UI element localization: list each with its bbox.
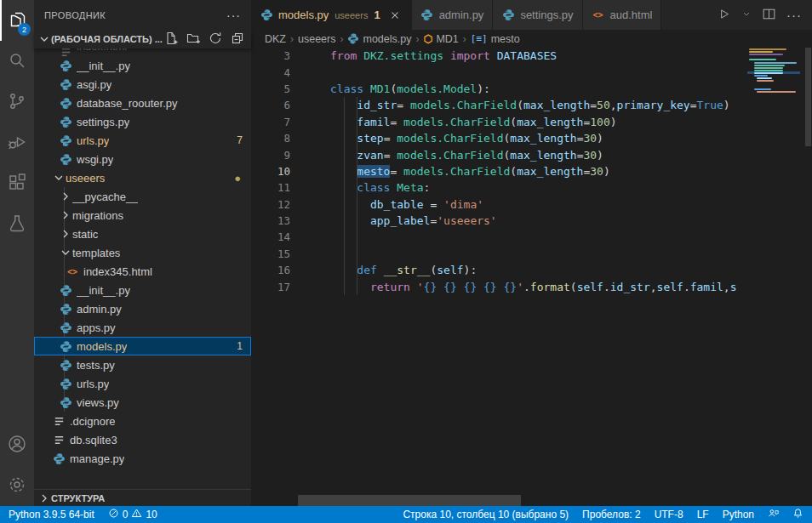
code-line-14[interactable]: 14 xyxy=(251,229,747,245)
tree-item-tests-py[interactable]: tests.py xyxy=(34,355,251,374)
tree-item-urls-py[interactable]: urls.py xyxy=(34,374,251,393)
tree-item-manage-py[interactable]: manage.py xyxy=(34,449,251,468)
tree-item-views-py[interactable]: views.py xyxy=(34,393,251,412)
explorer-more-icon[interactable]: ··· xyxy=(226,9,241,22)
tree-folder--pycache-[interactable]: __pycache__ xyxy=(34,187,251,206)
tree-folder-migrations[interactable]: migrations xyxy=(34,206,251,225)
more-actions-button[interactable]: ··· xyxy=(786,8,802,22)
close-icon[interactable] xyxy=(387,8,403,23)
run-dropdown-button[interactable] xyxy=(741,9,752,21)
breadcrumb-DKZ[interactable]: DKZ xyxy=(265,33,286,45)
activity-settings[interactable] xyxy=(0,465,34,506)
tree-item-asgi-py[interactable]: asgi.py xyxy=(34,75,251,94)
python-file-icon xyxy=(59,152,72,166)
tree-item--init-py[interactable]: __init__.py xyxy=(34,281,251,299)
breadcrumb-mesto[interactable]: [≡]mesto xyxy=(471,33,520,45)
tab-settings-py[interactable]: settings.py xyxy=(493,0,582,30)
code-line-8[interactable]: 8 step= models.CharField(max_length=30) xyxy=(251,130,747,146)
tree-item-label: manage.py xyxy=(70,452,124,465)
breadcrumb: DKZ›useeers›models.py›⬡MD1›[≡]mesto xyxy=(251,30,812,48)
tree-item-db-sqlite3[interactable]: db.sqlite3 xyxy=(34,430,251,449)
status-language-mode[interactable]: Python xyxy=(723,509,754,520)
tree-item-admin-py[interactable]: admin.py xyxy=(34,299,251,318)
tree-item--init-py[interactable]: __init__.py xyxy=(34,56,251,75)
editor-actions: ··· xyxy=(717,0,812,30)
tab-models-py[interactable]: models.pyuseeers1 xyxy=(251,0,412,30)
breadcrumb-models-py[interactable]: models.py xyxy=(347,33,411,45)
code-editor[interactable]: 3from DKZ.settings import DATABASES45cla… xyxy=(251,48,812,506)
code-line-12[interactable]: 12 db_table = 'dima' xyxy=(251,196,747,213)
tree-item-label: admin.py xyxy=(77,303,122,316)
vscode-window: 2 ПРОВОДНИК ··· (РАБОЧАЯ ОБЛАСТЬ) ... in… xyxy=(0,0,812,523)
status-python-interpreter[interactable]: Python 3.9.5 64-bit xyxy=(9,509,94,520)
tree-item-database-roouter-py[interactable]: database_roouter.py xyxy=(34,94,251,112)
vertical-scrollbar[interactable] xyxy=(804,48,812,506)
tab-aud-html[interactable]: <>aud.html xyxy=(583,0,662,30)
minimap-code-line xyxy=(754,62,797,64)
activity-badge: 2 xyxy=(18,23,31,36)
code-line-13[interactable]: 13 app_label='useeers' xyxy=(251,213,747,229)
status-cursor-position[interactable]: Строка 10, столбец 10 (выбрано 5) xyxy=(403,509,569,520)
activity-testing[interactable] xyxy=(0,204,34,245)
activity-accounts[interactable] xyxy=(0,424,34,465)
more-icon: ··· xyxy=(786,8,802,22)
tree-item-wsgi-py[interactable]: wsgi.py xyxy=(34,150,251,168)
code-line-5[interactable]: 5class MD1(models.Model): xyxy=(251,81,747,97)
code-line-15[interactable]: 15 xyxy=(251,246,747,262)
status-problems[interactable]: 010 xyxy=(108,508,157,521)
tree-item-urls-py[interactable]: urls.py7 xyxy=(34,131,251,150)
status-encoding[interactable]: UTF-8 xyxy=(655,509,683,520)
split-icon xyxy=(762,7,776,24)
tree-item-apps-py[interactable]: apps.py xyxy=(34,318,251,337)
code-line-11[interactable]: 11 class Meta: xyxy=(251,179,747,196)
run-button[interactable] xyxy=(717,7,731,24)
code-line-16[interactable]: 16 def __str__(self): xyxy=(251,262,747,278)
vertical-scrollbar-thumb[interactable] xyxy=(805,48,811,146)
tree-folder-static[interactable]: static xyxy=(34,225,251,243)
breadcrumb-separator: › xyxy=(415,33,419,45)
symbol-field-icon: [≡] xyxy=(471,33,488,44)
python-file-icon xyxy=(59,395,72,409)
code-area[interactable]: 3from DKZ.settings import DATABASES45cla… xyxy=(251,48,747,295)
tree-item--dcignore[interactable]: .dcignore xyxy=(34,412,251,430)
status-indentation[interactable]: Пробелов: 2 xyxy=(582,509,641,520)
status-eol[interactable]: LF xyxy=(697,509,709,520)
code-line-10[interactable]: 10 mesto= models.CharField(max_length=30… xyxy=(251,163,747,179)
tab-admin-py[interactable]: admin.py xyxy=(412,0,494,30)
code-line-17[interactable]: 17 return '{} {} {} {} {}'.format(self.i… xyxy=(251,278,747,294)
activity-run-debug[interactable] xyxy=(0,122,34,163)
code-line-4[interactable]: 4 xyxy=(251,64,747,80)
new-file-button[interactable] xyxy=(163,31,180,48)
horizontal-scrollbar-thumb[interactable] xyxy=(298,495,521,506)
activity-extensions[interactable] xyxy=(0,163,34,204)
tree-item-settings-py[interactable]: settings.py xyxy=(34,112,251,131)
tree-item-index345-html[interactable]: <>index345.html xyxy=(34,262,251,281)
tree-item-index-html[interactable]: index.html xyxy=(34,48,251,56)
python-file-icon xyxy=(59,115,72,128)
split-editor-button[interactable] xyxy=(762,7,776,24)
workspace-section-header[interactable]: (РАБОЧАЯ ОБЛАСТЬ) ... xyxy=(34,30,251,48)
tree-folder-templates[interactable]: templates xyxy=(34,243,251,262)
status-notifications[interactable] xyxy=(792,508,803,521)
breadcrumb-useeers[interactable]: useeers xyxy=(298,33,335,45)
status-label: Python 3.9.5 64-bit xyxy=(9,509,94,520)
minimap-code-line xyxy=(757,77,772,79)
code-line-3[interactable]: 3from DKZ.settings import DATABASES xyxy=(251,48,747,64)
activity-source-control[interactable] xyxy=(0,82,34,122)
collapse-all-button[interactable] xyxy=(229,31,246,48)
breadcrumb-MD1[interactable]: ⬡MD1 xyxy=(423,32,458,45)
tree-item-models-py[interactable]: models.py1 xyxy=(34,337,251,355)
minimap[interactable] xyxy=(747,48,800,506)
code-line-6[interactable]: 6 id_str= models.CharField(max_length=50… xyxy=(251,97,747,113)
html-file-icon: <> xyxy=(592,9,605,22)
activity-search[interactable] xyxy=(0,41,34,82)
new-folder-button[interactable] xyxy=(185,31,202,48)
outline-section-header[interactable]: СТРУКТУРА xyxy=(34,489,251,506)
tree-folder-useeers[interactable]: useeers● xyxy=(34,168,251,187)
code-line-9[interactable]: 9 zvan= models.CharField(max_length=30) xyxy=(251,146,747,162)
python-file-icon xyxy=(59,134,72,147)
code-line-7[interactable]: 7 famil= models.CharField(max_length=100… xyxy=(251,114,747,130)
refresh-button[interactable] xyxy=(207,31,224,48)
activity-explorer[interactable]: 2 xyxy=(0,0,34,41)
status-feedback[interactable] xyxy=(768,508,779,521)
